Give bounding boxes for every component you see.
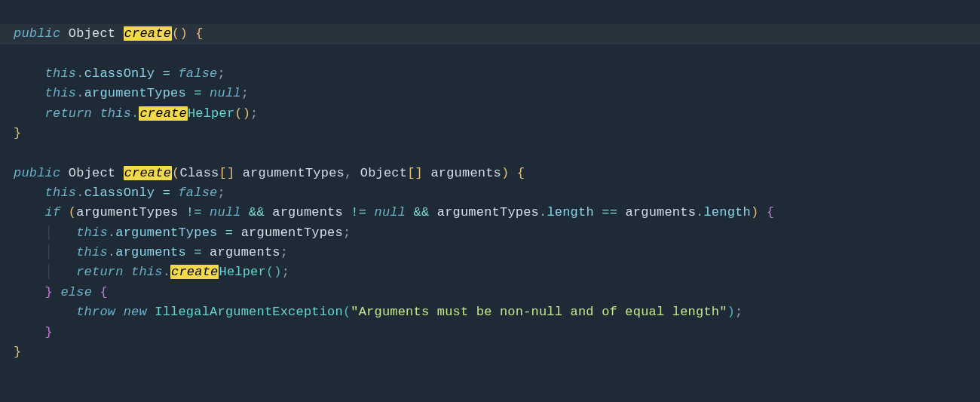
brackets: [] (219, 166, 235, 180)
brackets: [] (407, 166, 423, 180)
property: classOnly (84, 186, 155, 200)
keyword-new: new (124, 305, 147, 319)
brace: { (767, 205, 774, 219)
keyword-this: this (131, 265, 163, 279)
keyword-this: this (45, 86, 77, 100)
property: classOnly (84, 66, 155, 81)
keyword-this: this (45, 66, 77, 81)
property: arguments (115, 245, 186, 259)
search-highlight: create (170, 265, 219, 279)
paren: () (266, 265, 282, 279)
keyword-public: public (14, 166, 60, 180)
brace: { (195, 26, 203, 41)
paren: () (234, 106, 250, 121)
brace: } (45, 325, 53, 339)
property: argumentTypes (115, 226, 217, 240)
current-line: public Object create() { (0, 24, 980, 44)
paren: ) (727, 305, 735, 319)
keyword-return: return (45, 106, 92, 121)
keyword-throw: throw (76, 305, 115, 319)
paren: ( (343, 305, 351, 319)
keyword-if: if (45, 205, 61, 219)
keyword-this: this (76, 226, 108, 240)
type: Object (69, 26, 115, 41)
paren: ) (501, 166, 509, 180)
brace: { (517, 166, 525, 180)
literal: false (178, 66, 217, 81)
keyword-this: this (100, 106, 131, 121)
string-literal: "Arguments must be non-null and of equal… (351, 305, 727, 319)
type: IllegalArgumentException (155, 305, 343, 319)
type: Object (360, 166, 407, 180)
paren: ) (751, 205, 758, 219)
keyword-return: return (76, 265, 123, 279)
search-highlight: create (124, 166, 172, 180)
type: Object (69, 166, 115, 180)
brace: } (14, 345, 21, 359)
search-highlight: create (124, 26, 172, 41)
keyword-this: this (76, 245, 108, 259)
type: Class (179, 166, 219, 180)
method-call: Helper (188, 106, 234, 121)
paren: ( (172, 166, 179, 180)
param: argumentTypes (234, 166, 345, 180)
indent-guide: │ (45, 265, 77, 279)
method-call: Helper (219, 265, 265, 279)
paren: () (172, 26, 188, 41)
search-highlight: create (139, 106, 187, 121)
literal: false (178, 186, 217, 200)
code-editor[interactable]: public Object create() { this.classOnly … (0, 0, 980, 362)
param: arguments (423, 166, 501, 180)
keyword-public: public (14, 26, 60, 41)
keyword-else: else (60, 285, 92, 299)
literal: null (210, 86, 241, 100)
property: argumentTypes (84, 86, 186, 100)
brace: { (100, 285, 107, 299)
indent-guide: │ (45, 226, 77, 240)
brace: } (14, 126, 21, 140)
indent-guide: │ (45, 245, 77, 259)
keyword-this: this (45, 186, 77, 200)
brace: } (45, 285, 53, 299)
paren: ( (69, 205, 76, 219)
